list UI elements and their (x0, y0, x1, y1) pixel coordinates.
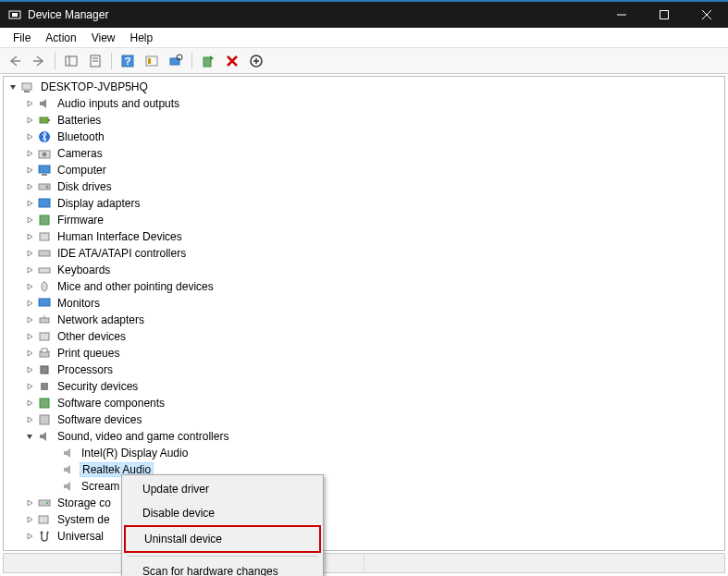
chevron-right-icon[interactable] (24, 165, 35, 176)
tree-device[interactable]: Realtek Audio (4, 461, 724, 478)
chevron-right-icon[interactable] (24, 298, 35, 309)
tree-category[interactable]: Audio inputs and outputs (4, 95, 724, 112)
category-icon (37, 429, 52, 444)
category-icon (37, 229, 52, 244)
tree-root[interactable]: DESKTOP-JVBP5HQ (4, 79, 724, 95)
category-icon (37, 379, 52, 394)
maximize-button[interactable] (643, 2, 685, 28)
menu-file[interactable]: File (6, 30, 38, 46)
tree-category[interactable]: Universal (4, 528, 724, 545)
chevron-right-icon[interactable] (24, 531, 35, 542)
tree-category[interactable]: Mice and other pointing devices (4, 278, 724, 295)
tree-device[interactable]: Scream (4, 478, 724, 495)
tree-category[interactable]: IDE ATA/ATAPI controllers (4, 245, 724, 262)
chevron-right-icon[interactable] (24, 364, 35, 375)
category-icon (37, 396, 52, 411)
svg-point-47 (46, 502, 48, 504)
tree-category[interactable]: Firmware (4, 212, 724, 228)
uninstall-button[interactable] (221, 50, 243, 72)
chevron-right-icon[interactable] (24, 398, 35, 409)
svg-rect-48 (39, 516, 48, 523)
scan-changes-button[interactable] (245, 50, 267, 72)
chevron-right-icon[interactable] (24, 148, 35, 159)
chevron-right-icon[interactable] (24, 214, 35, 226)
tree-category[interactable]: Computer (4, 162, 724, 178)
show-hide-button[interactable] (60, 50, 82, 72)
chevron-right-icon[interactable] (24, 414, 35, 425)
chevron-right-icon[interactable] (24, 198, 35, 209)
svg-rect-46 (39, 500, 50, 506)
device-tree[interactable]: DESKTOP-JVBP5HQ Audio inputs and outputs… (3, 76, 725, 551)
chevron-right-icon[interactable] (24, 331, 35, 342)
tree-category[interactable]: Monitors (4, 295, 724, 312)
category-icon (37, 412, 52, 427)
chevron-right-icon[interactable] (24, 281, 35, 292)
toolbar-sep (191, 53, 192, 69)
menu-view[interactable]: View (84, 30, 123, 46)
tree-category[interactable]: Other devices (4, 328, 724, 345)
chevron-down-icon[interactable] (7, 81, 19, 92)
enable-button[interactable] (197, 50, 219, 72)
category-icon (37, 362, 52, 377)
tree-category[interactable]: Batteries (4, 112, 724, 129)
tree-category-label: Human Interface Devices (56, 230, 184, 243)
menu-help[interactable]: Help (123, 30, 161, 46)
menu-action[interactable]: Action (38, 30, 83, 46)
tree-category[interactable]: Human Interface Devices (4, 228, 724, 245)
tree-category[interactable]: Disk drives (4, 178, 724, 195)
chevron-right-icon[interactable] (24, 514, 35, 525)
cm-disable-device[interactable]: Disable device (124, 501, 321, 525)
chevron-right-icon[interactable] (24, 348, 35, 359)
chevron-down-icon[interactable] (24, 431, 35, 442)
tree-category[interactable]: Software components (4, 395, 724, 411)
tree-category[interactable]: Cameras (4, 145, 724, 162)
tree-category-label: Universal (56, 530, 105, 543)
category-icon (37, 196, 52, 211)
sound-icon (61, 446, 76, 460)
tree-category[interactable]: Storage co (4, 495, 724, 511)
chevron-right-icon[interactable] (24, 181, 35, 192)
tree-category-label: Cameras (56, 147, 105, 160)
tree-device-label: Scream (80, 480, 121, 493)
chevron-right-icon[interactable] (24, 497, 35, 509)
chevron-right-icon[interactable] (24, 314, 35, 325)
chevron-right-icon[interactable] (24, 264, 35, 276)
tree-device[interactable]: Intel(R) Display Audio (4, 445, 724, 461)
chevron-right-icon[interactable] (24, 115, 35, 126)
back-button[interactable] (4, 50, 26, 72)
chevron-right-icon[interactable] (24, 98, 35, 109)
cm-scan-hardware[interactable]: Scan for hardware changes (124, 559, 321, 576)
tree-category[interactable]: Keyboards (4, 262, 724, 278)
tree-category[interactable]: Print queues (4, 345, 724, 362)
tree-category[interactable]: Sound, video and game controllers (4, 428, 724, 445)
action-button[interactable] (141, 50, 163, 72)
tree-category[interactable]: Network adapters (4, 312, 724, 328)
chevron-right-icon[interactable] (24, 381, 35, 392)
category-icon (37, 129, 52, 144)
tree-category[interactable]: Processors (4, 362, 724, 378)
svg-rect-21 (40, 117, 48, 123)
cm-update-driver[interactable]: Update driver (124, 477, 321, 501)
tree-category[interactable]: Bluetooth (4, 129, 724, 145)
tree-category-label: Security devices (56, 380, 140, 393)
minimize-button[interactable] (600, 2, 643, 28)
cm-uninstall-device[interactable]: Uninstall device (124, 525, 321, 553)
devmgr-icon (7, 7, 22, 22)
svg-rect-37 (40, 318, 49, 323)
properties-button[interactable] (84, 50, 106, 72)
svg-rect-41 (42, 349, 47, 352)
window-title: Device Manager (28, 8, 600, 21)
tree-category[interactable]: Display adapters (4, 195, 724, 212)
chevron-right-icon[interactable] (24, 248, 35, 259)
cm-separator (128, 556, 317, 557)
tree-category[interactable]: Security devices (4, 378, 724, 395)
forward-button[interactable] (28, 50, 50, 72)
tree-category[interactable]: Software devices (4, 411, 724, 428)
tree-category[interactable]: System de (4, 511, 724, 528)
chevron-right-icon[interactable] (24, 131, 35, 142)
help-button[interactable]: ? (117, 50, 139, 72)
chevron-right-icon[interactable] (24, 231, 35, 242)
scan-hardware-button[interactable] (165, 50, 187, 72)
close-button[interactable] (685, 2, 728, 28)
svg-rect-22 (48, 119, 50, 121)
